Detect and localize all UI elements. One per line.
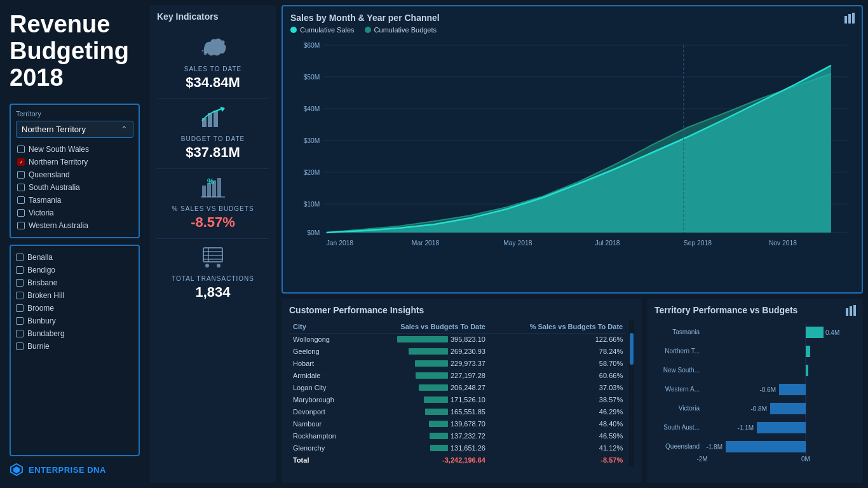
svg-rect-6 [214, 111, 218, 127]
scrollbar-thumb[interactable] [630, 333, 634, 365]
legend-dot-sales [290, 27, 297, 33]
svg-text:$30M: $30M [304, 137, 320, 144]
svg-text:0.4M: 0.4M [825, 329, 839, 336]
ki-card-sales: SALES TO DATE $34.84M [157, 28, 269, 99]
key-indicators-panel: Key Indicators SALES TO DATE $34.84M [149, 5, 276, 483]
svg-rect-46 [850, 306, 852, 316]
territory-checkbox-sa[interactable] [17, 184, 25, 191]
legend-cumulative-budgets: Cumulative Budgets [365, 26, 437, 34]
territory-item-nsw[interactable]: New South Wales [17, 143, 132, 156]
svg-text:Tasmania: Tasmania [672, 329, 700, 336]
brand-name-main: ENTERPRISE [29, 465, 85, 475]
territory-item-sa[interactable]: South Australia [17, 181, 132, 194]
territory-item-nt[interactable]: Northern Territory [17, 156, 132, 168]
ki-label-sales: SALES TO DATE [184, 65, 241, 72]
territory-checkbox-wa[interactable] [17, 222, 25, 229]
sidebar: RevenueBudgeting2018 Territory Northern … [0, 0, 149, 488]
svg-text:Jul 2018: Jul 2018 [595, 240, 620, 247]
city-checkbox-bundaberg[interactable] [16, 330, 24, 337]
content-area: Key Indicators SALES TO DATE $34.84M [149, 5, 863, 483]
city-checkbox-bendigo[interactable] [16, 266, 24, 274]
svg-point-19 [205, 264, 209, 268]
territory-checkbox-vic[interactable] [17, 209, 25, 217]
customer-panel-title: Customer Performance Insights [289, 305, 634, 315]
territory-label: Territory [16, 110, 133, 118]
territory-item-qld[interactable]: Queensland [17, 168, 132, 181]
bar-victoria [770, 403, 806, 414]
key-indicators-title: Key Indicators [157, 11, 269, 22]
territory-checkbox-nt[interactable] [17, 158, 25, 166]
svg-point-3 [202, 50, 204, 52]
svg-text:$50M: $50M [304, 74, 320, 81]
city-item-bundaberg[interactable]: Bundaberg [16, 327, 133, 340]
ki-card-pct: % % SALES VS BUDGETS -8.57% [157, 169, 269, 239]
city-checkbox-brisbane[interactable] [16, 279, 24, 287]
city-checkbox-broken-hill[interactable] [16, 292, 24, 299]
table-row: Wollongong395,823.10122.66% [289, 334, 627, 346]
table-row: Logan City206,248.2737.03% [289, 382, 627, 394]
app-title: RevenueBudgeting2018 [10, 11, 140, 91]
enterprise-dna-logo-icon [10, 463, 24, 477]
city-checkbox-broome[interactable] [16, 304, 24, 312]
legend-dot-budgets [365, 27, 371, 33]
city-item-bendigo[interactable]: Bendigo [16, 264, 133, 276]
svg-rect-11 [217, 178, 221, 197]
territory-bar-chart: Tasmania Northern T... New South... West… [654, 320, 855, 463]
ki-card-transactions: TOTAL TRANSACTIONS 1,834 [157, 239, 269, 308]
table-row: Geelong269,230.9378.24% [289, 346, 627, 358]
percent-icon: % [201, 177, 225, 203]
territory-perf-title: Territory Performance vs Budgets [654, 305, 855, 315]
svg-text:Victoria: Victoria [679, 405, 700, 412]
city-checkbox-bunbury[interactable] [16, 317, 24, 325]
customer-table: City Sales vs Budgets To Date % Sales vs… [289, 320, 627, 466]
territory-dropdown[interactable]: Northern Territory ⌃ [16, 121, 133, 138]
main-content: Key Indicators SALES TO DATE $34.84M [149, 0, 868, 488]
svg-marker-1 [13, 466, 20, 473]
svg-text:Northern T...: Northern T... [665, 348, 700, 355]
territory-item-vic[interactable]: Victoria [17, 207, 132, 219]
svg-text:-0.8M: -0.8M [750, 405, 767, 412]
city-item-broome[interactable]: Broome [16, 302, 133, 315]
scrollbar[interactable] [629, 320, 634, 466]
city-item-broken-hill[interactable]: Broken Hill [16, 289, 133, 302]
city-item-benalla[interactable]: Benalla [16, 251, 133, 264]
svg-point-20 [217, 264, 220, 268]
svg-text:Western A...: Western A... [665, 386, 700, 393]
table-row: Nambour139,678.7048.40% [289, 418, 627, 430]
ki-value-sales: $34.84M [186, 74, 240, 91]
svg-text:-0.6M: -0.6M [759, 386, 776, 393]
table-row: Rockhampton137,232.7246.59% [289, 430, 627, 442]
chart-legend: Cumulative Sales Cumulative Budgets [290, 26, 854, 34]
bar-northern-t [806, 346, 810, 357]
territory-chart-icon[interactable] [845, 305, 857, 319]
chart-expand-icon[interactable] [844, 13, 855, 27]
territory-checkbox-tas[interactable] [17, 196, 25, 204]
table-row: Hobart229,973.3758.70% [289, 358, 627, 370]
svg-rect-22 [848, 14, 851, 24]
svg-text:New South...: New South... [663, 367, 700, 374]
city-list: Benalla Bendigo Brisbane Broken Hill Bro… [16, 251, 133, 353]
territory-checkbox-qld[interactable] [17, 171, 25, 179]
svg-text:May 2018: May 2018 [503, 240, 532, 247]
bar-western-a [779, 384, 806, 395]
territory-checkbox-nsw[interactable] [17, 146, 25, 153]
bottom-row: Customer Performance Insights City Sales… [281, 299, 863, 483]
col-sales: Sales vs Budgets To Date [358, 320, 489, 334]
city-item-burnie[interactable]: Burnie [16, 340, 133, 353]
territory-list: New South Wales Northern Territory Queen… [16, 143, 133, 232]
table-row: Glenorchy131,651.2641.12% [289, 442, 627, 454]
svg-text:$40M: $40M [304, 105, 320, 112]
svg-text:South Aust...: South Aust... [663, 424, 700, 431]
city-checkbox-benalla[interactable] [16, 254, 24, 261]
sales-chart-panel: Sales by Month & Year per Channel Cumula… [281, 5, 863, 294]
bar-tasmania [806, 327, 824, 338]
ki-card-budget: BUDGET TO DATE $37.81M [157, 99, 269, 169]
ki-value-budget: $37.81M [186, 144, 240, 161]
city-checkbox-burnie[interactable] [16, 342, 24, 350]
city-item-bunbury[interactable]: Bunbury [16, 315, 133, 327]
territory-item-wa[interactable]: Western Australia [17, 219, 132, 232]
city-item-brisbane[interactable]: Brisbane [16, 276, 133, 289]
svg-text:$20M: $20M [304, 169, 320, 176]
bar-new-south [806, 365, 808, 376]
territory-item-tas[interactable]: Tasmania [17, 194, 132, 207]
